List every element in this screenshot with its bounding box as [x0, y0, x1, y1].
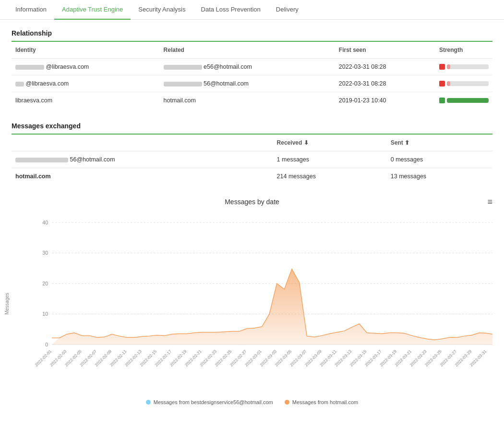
col-identity: Identity	[12, 42, 160, 59]
messages-exchanged-section: Messages exchanged Received ⬇ Sent ⬆	[12, 122, 492, 185]
tab-bar: Information Adaptive Trust Engine Securi…	[0, 0, 504, 20]
legend-dot-orange	[285, 400, 289, 405]
strength-bg	[447, 81, 489, 86]
sent-cell: 13 messages	[387, 168, 492, 185]
table-row: hotmail.com 214 messages 13 messages	[12, 168, 492, 185]
strength-bg	[447, 64, 489, 69]
messages-exchanged-title: Messages exchanged	[12, 122, 492, 135]
legend-item-orange: Messages from hotmail.com	[285, 399, 359, 405]
strength-fill	[447, 64, 450, 69]
tab-information[interactable]: Information	[8, 0, 54, 20]
legend-dot-blue	[146, 400, 151, 405]
related-cell: 56@hotmail.com	[160, 75, 335, 92]
legend-label-orange: Messages from hotmail.com	[292, 399, 359, 405]
chart-title: Messages by date	[225, 198, 279, 206]
relationship-table: Identity Related First seen Strength @li…	[12, 42, 492, 109]
svg-text:30: 30	[42, 250, 48, 256]
messages-exchanged-table: Received ⬇ Sent ⬆ 56@hotmail.com	[12, 135, 492, 185]
table-row: libraesva.com hotmail.com 2019-01-23 10:…	[12, 92, 492, 109]
col-first-seen: First seen	[335, 42, 435, 59]
table-row: @libraesva.com e56@hotmail.com 2022-03-3…	[12, 59, 492, 75]
col-received: Received ⬇	[273, 135, 387, 151]
sent-cell: 0 messages	[387, 151, 492, 168]
main-container: Information Adaptive Trust Engine Securi…	[0, 0, 504, 432]
svg-text:40: 40	[42, 220, 48, 225]
strength-cell	[435, 92, 492, 109]
strength-dot	[439, 81, 445, 86]
table-row: 56@hotmail.com 1 messages 0 messages	[12, 151, 492, 168]
page-content: Relationship Identity Related First seen…	[0, 20, 504, 415]
table-row: @libraesva.com 56@hotmail.com 2022-03-31…	[12, 75, 492, 92]
relationship-title: Relationship	[12, 29, 492, 42]
received-cell: 1 messages	[273, 151, 387, 168]
chart-y-label: Messages	[4, 293, 10, 315]
col-sent: Sent ⬆	[387, 135, 492, 151]
tab-security-analysis[interactable]: Security Analysis	[131, 0, 193, 20]
sender-cell bold-cell: hotmail.com	[12, 168, 273, 185]
strength-dot	[439, 98, 445, 103]
related-cell: e56@hotmail.com	[160, 59, 335, 75]
svg-text:20: 20	[42, 281, 48, 286]
chart-menu-icon[interactable]: ≡	[487, 197, 492, 206]
tab-adaptive-trust-engine[interactable]: Adaptive Trust Engine	[54, 0, 131, 20]
legend-label-blue: Messages from bestdesignservice56@hotmai…	[154, 399, 273, 405]
strength-fill	[447, 81, 450, 86]
chart-header: Messages by date ≡	[12, 198, 492, 206]
identity-cell: @libraesva.com	[12, 59, 160, 75]
strength-cell	[435, 75, 492, 92]
tab-delivery[interactable]: Delivery	[268, 0, 306, 20]
col-strength: Strength	[435, 42, 492, 59]
sender-cell: 56@hotmail.com	[12, 151, 273, 168]
chart-legend: Messages from bestdesignservice56@hotmai…	[12, 399, 492, 405]
related-cell: hotmail.com	[160, 92, 335, 109]
col-sender	[12, 135, 273, 151]
strength-cell	[435, 59, 492, 75]
chart-svg: 40 30 20 10 0	[33, 211, 492, 356]
svg-text:10: 10	[42, 311, 48, 317]
identity-cell: @libraesva.com	[12, 75, 160, 92]
legend-item-blue: Messages from bestdesignservice56@hotmai…	[146, 399, 273, 405]
first-seen-cell: 2022-03-31 08:28	[335, 75, 435, 92]
strength-fill	[447, 98, 489, 103]
chart-section: Messages by date ≡ Messages	[12, 198, 492, 405]
tab-data-loss-prevention[interactable]: Data Loss Prevention	[193, 0, 268, 20]
first-seen-cell: 2022-03-31 08:28	[335, 59, 435, 75]
svg-text:0: 0	[45, 342, 48, 347]
strength-dot	[439, 64, 445, 70]
identity-cell: libraesva.com	[12, 92, 160, 109]
relationship-section: Relationship Identity Related First seen…	[12, 29, 492, 109]
received-cell: 214 messages	[273, 168, 387, 185]
col-related: Related	[160, 42, 335, 59]
first-seen-cell: 2019-01-23 10:40	[335, 92, 435, 109]
strength-bg	[447, 98, 489, 103]
svg-marker-10	[52, 269, 492, 345]
